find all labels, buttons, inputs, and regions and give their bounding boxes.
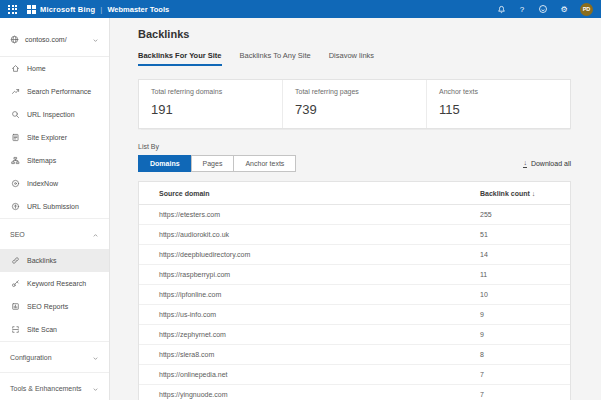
sidebar-item-backlinks[interactable]: Backlinks (0, 249, 109, 272)
sidebar-item-site-scan[interactable]: Site Scan (0, 318, 109, 341)
topbar-actions: ? ⚙ PD (496, 3, 593, 16)
download-all-button[interactable]: ↓ Download all (523, 159, 571, 168)
table-row[interactable]: https://us-info.com 9 (139, 305, 570, 325)
top-bar: Microsoft Bing | Webmaster Tools ? ⚙ PD (0, 0, 601, 18)
sidebar-group-seo[interactable]: SEO (0, 218, 109, 249)
column-header-backlink-count[interactable]: Backlink count↓ (480, 190, 560, 197)
app-window: Microsoft Bing | Webmaster Tools ? ⚙ PD (0, 0, 601, 400)
indexnow-icon (10, 179, 20, 189)
microsoft-logo-icon (27, 5, 36, 14)
app-launcher-icon[interactable] (8, 5, 17, 14)
download-all-label: Download all (531, 160, 571, 167)
table-row[interactable]: https://slera8.com 8 (139, 345, 570, 365)
tab-backlinks-to-any-site[interactable]: Backlinks To Any Site (240, 51, 311, 66)
list-by-label: List By (138, 143, 571, 150)
table-row[interactable]: https://yingnuode.com 7 (139, 385, 570, 400)
sidebar-item-home[interactable]: Home (0, 57, 109, 80)
table-row[interactable]: https://audiorokit.co.uk 51 (139, 225, 570, 245)
summary-stats-card: Total referring domains 191 Total referr… (138, 79, 571, 129)
tab-backlinks-for-your-site[interactable]: Backlinks For Your Site (138, 51, 222, 66)
list-by-domains-button[interactable]: Domains (138, 155, 192, 172)
feedback-smiley-icon[interactable] (538, 4, 548, 14)
table-row[interactable]: https://zephyrnet.com 9 (139, 325, 570, 345)
trend-chart-icon (10, 87, 20, 97)
sort-descending-icon: ↓ (532, 190, 536, 197)
link-icon (10, 256, 20, 266)
sidebar-item-url-inspection[interactable]: URL Inspection (0, 103, 109, 126)
tab-bar: Backlinks For Your Site Backlinks To Any… (138, 51, 571, 66)
sitemap-tree-icon (10, 156, 20, 166)
page-title: Backlinks (138, 28, 571, 40)
download-icon: ↓ (523, 159, 527, 168)
brand-separator: | (100, 5, 102, 14)
tab-disavow-links[interactable]: Disavow links (329, 51, 374, 66)
sidebar-item-seo-reports[interactable]: SEO Reports (0, 295, 109, 318)
document-icon (10, 133, 20, 143)
table-row[interactable]: https://raspberrypi.com 11 (139, 265, 570, 285)
magnifier-icon (10, 110, 20, 120)
report-icon (10, 302, 20, 312)
sidebar-item-indexnow[interactable]: IndexNow (0, 172, 109, 195)
user-avatar[interactable]: PD (580, 3, 593, 16)
sidebar-item-search-performance[interactable]: Search Performance (0, 80, 109, 103)
list-by-button-group: Domains Pages Anchor texts (138, 155, 296, 172)
settings-gear-icon[interactable]: ⚙ (559, 4, 569, 14)
globe-icon (9, 34, 19, 44)
chevron-up-icon (92, 225, 99, 243)
sidebar-item-url-submission[interactable]: URL Submission (0, 195, 109, 218)
site-name: contoso.com/ (25, 36, 86, 43)
chevron-down-icon (92, 348, 99, 366)
globe-arrow-icon (10, 202, 20, 212)
help-icon[interactable]: ? (517, 4, 527, 14)
product-name: Webmaster Tools (107, 5, 169, 14)
sidebar-item-keyword-research[interactable]: Keyword Research (0, 272, 109, 295)
sidebar-group-configuration[interactable]: Configuration (0, 341, 109, 372)
brand-name: Microsoft Bing (40, 5, 95, 14)
key-icon (10, 279, 20, 289)
sidebar-item-site-explorer[interactable]: Site Explorer (0, 126, 109, 149)
backlinks-table: Source domain Backlink count↓ https://et… (138, 181, 571, 400)
column-header-source-domain[interactable]: Source domain (159, 190, 480, 197)
main-content: Backlinks Backlinks For Your Site Backli… (110, 18, 601, 400)
table-row[interactable]: https://etesters.com 255 (139, 205, 570, 225)
site-selector[interactable]: contoso.com/ (0, 24, 109, 57)
list-by-pages-button[interactable]: Pages (191, 155, 235, 172)
table-row[interactable]: https://ipfonline.com 10 (139, 285, 570, 305)
sidebar-item-sitemaps[interactable]: Sitemaps (0, 149, 109, 172)
list-by-anchor-texts-button[interactable]: Anchor texts (233, 155, 296, 172)
sidebar-group-tools-enhancements[interactable]: Tools & Enhancements (0, 372, 109, 400)
home-icon (10, 64, 20, 74)
list-by-controls: Domains Pages Anchor texts ↓ Download al… (138, 155, 571, 172)
table-header-row: Source domain Backlink count↓ (139, 182, 570, 205)
stat-total-referring-pages: Total referring pages 739 (283, 80, 427, 128)
chevron-down-icon (92, 30, 99, 48)
stat-total-referring-domains: Total referring domains 191 (139, 80, 283, 128)
notifications-bell-icon[interactable] (496, 4, 506, 14)
stat-anchor-texts: Anchor texts 115 (427, 80, 570, 128)
sidebar: contoso.com/ Home Search Performance (0, 18, 110, 400)
chevron-down-icon (92, 379, 99, 397)
table-row[interactable]: https://deepbluedirectory.com 14 (139, 245, 570, 265)
table-row[interactable]: https://onlinepedia.net 7 (139, 365, 570, 385)
scan-icon (10, 325, 20, 335)
